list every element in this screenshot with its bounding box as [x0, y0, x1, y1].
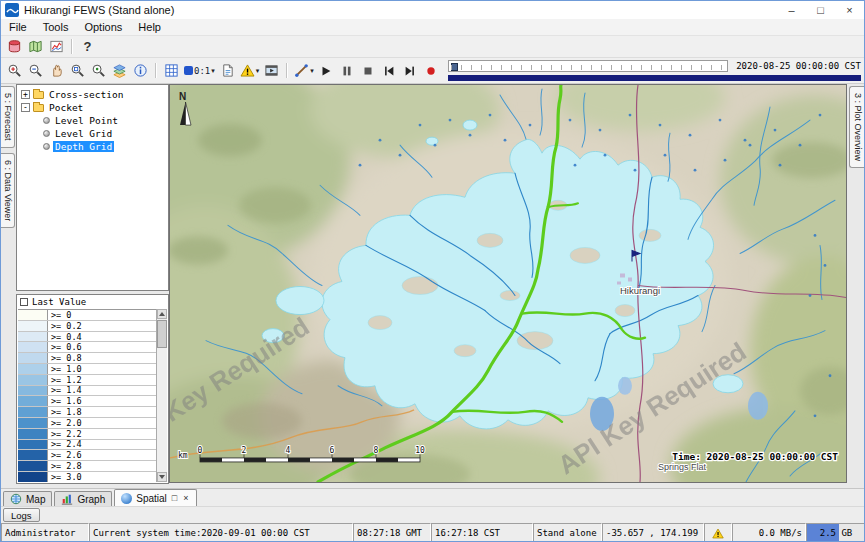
legend-header: Last Value: [17, 295, 168, 308]
bottom-tab-bar: Map Graph Spatial □ ×: [1, 488, 864, 506]
collapse-icon[interactable]: -: [21, 103, 30, 112]
stop-button[interactable]: [358, 61, 379, 81]
zoom-extent-icon: [91, 63, 106, 78]
legend-swatch: [18, 440, 48, 450]
scale-unit: km: [178, 451, 188, 460]
tree-item-label: Level Point: [53, 115, 120, 126]
close-button[interactable]: ×: [835, 1, 864, 19]
expand-icon[interactable]: +: [21, 90, 30, 99]
layers-button[interactable]: [109, 61, 130, 81]
legend-row: >= 1.2: [18, 375, 156, 386]
menu-help[interactable]: Help: [130, 21, 169, 33]
logs-button[interactable]: Logs: [3, 508, 40, 522]
pause-icon: [340, 64, 354, 78]
measure-tool-dropdown[interactable]: ▾: [292, 61, 316, 81]
play-button[interactable]: [316, 61, 337, 81]
tree-item-depth-grid[interactable]: Depth Grid: [17, 140, 168, 153]
menu-file[interactable]: File: [1, 21, 35, 33]
tree-item-cross-section[interactable]: + Cross-section: [17, 88, 168, 101]
help-button[interactable]: ?: [77, 37, 98, 57]
animation-button[interactable]: [261, 61, 282, 81]
warning-icon: [240, 64, 255, 77]
info-button[interactable]: [130, 61, 151, 81]
svg-text:6: 6: [330, 446, 335, 455]
menu-bar: File Tools Options Help: [1, 19, 864, 36]
tab-plot-overview[interactable]: 3 : Plot Overview: [849, 86, 864, 168]
legend-swatch: [18, 418, 48, 428]
record-movie-button[interactable]: [421, 61, 442, 81]
zoom-out-button[interactable]: [25, 61, 46, 81]
step-back-button[interactable]: [379, 61, 400, 81]
tab-close-button[interactable]: ×: [182, 494, 189, 503]
status-warning-icon: [712, 528, 724, 539]
menu-options[interactable]: Options: [76, 21, 130, 33]
legend-row: >= 2.4: [18, 440, 156, 451]
timeline-datetime: 2020-08-25 00:00:00 CST: [736, 61, 861, 71]
timeline-range-bar[interactable]: [448, 75, 861, 81]
status-memory: 2.5 GB: [806, 523, 865, 542]
grid-layer-dropdown[interactable]: 0:1 ▾: [182, 61, 217, 81]
last-value-checkbox[interactable]: [20, 298, 28, 306]
legend-row: >= 1.4: [18, 386, 156, 397]
scroll-up-button[interactable]: [157, 309, 167, 319]
document-icon: [220, 63, 235, 78]
status-coordinates: -35.657 , 174.199: [602, 523, 704, 542]
timeline-handle[interactable]: [451, 63, 458, 71]
zoom-in-icon: [7, 63, 22, 78]
main-toolbar: ?: [1, 36, 864, 58]
layer-node-icon: [43, 117, 50, 124]
legend-swatch: [18, 321, 48, 331]
pan-button[interactable]: [46, 61, 67, 81]
tab-spatial[interactable]: Spatial □ ×: [114, 489, 196, 506]
map-toolbar: 0:1 ▾ ▾: [1, 58, 864, 84]
profile-document-button[interactable]: [217, 61, 238, 81]
zoom-box-button[interactable]: [67, 61, 88, 81]
zoom-in-button[interactable]: [4, 61, 25, 81]
menu-tools[interactable]: Tools: [35, 21, 77, 33]
tab-forecast[interactable]: 5 : Forecast: [1, 86, 15, 148]
scroll-down-button[interactable]: [157, 472, 167, 482]
tab-map[interactable]: Map: [3, 491, 52, 506]
legend-row: >= 1.8: [18, 407, 156, 418]
tree-item-level-point[interactable]: Level Point: [17, 114, 168, 127]
legend-panel: Last Value >= 0 >= 0.2 >= 0.4 >= 0.6 >= …: [16, 294, 169, 484]
tab-data-viewer[interactable]: 6 : Data Viewer: [1, 153, 15, 228]
pause-button[interactable]: [337, 61, 358, 81]
grid-display-button[interactable]: [161, 61, 182, 81]
grid-icon: [164, 63, 179, 78]
legend-row: >= 0.6: [18, 342, 156, 353]
maximize-button[interactable]: □: [806, 1, 835, 19]
film-icon: [264, 63, 279, 78]
database-button[interactable]: [4, 37, 25, 57]
status-local-time: 16:27:18 CST: [431, 523, 533, 542]
legend-swatch: [18, 429, 48, 439]
tree-item-level-grid[interactable]: Level Grid: [17, 127, 168, 140]
minimize-button[interactable]: –: [777, 1, 806, 19]
warning-thresholds-dropdown[interactable]: ▾: [238, 61, 262, 81]
timeline-slider[interactable]: [448, 60, 728, 72]
legend-row: >= 2.6: [18, 450, 156, 461]
info-icon: [133, 63, 148, 78]
zoom-out-icon: [28, 63, 43, 78]
map-canvas[interactable]: API Key Required API Key Required Hikura…: [170, 85, 846, 482]
measure-tool-icon: [294, 63, 309, 78]
legend-swatch: [18, 364, 48, 374]
tree-item-label: Level Grid: [53, 128, 114, 139]
svg-text:10: 10: [415, 446, 425, 455]
legend-swatch: [18, 396, 48, 406]
legend-row: >= 0: [18, 310, 156, 321]
map-viewport[interactable]: API Key Required API Key Required Hikura…: [169, 84, 847, 483]
timeseries-display-button[interactable]: [46, 37, 67, 57]
spatial-icon: [121, 493, 132, 504]
folder-icon: [33, 91, 44, 99]
tree-item-pocket[interactable]: - Pocket: [17, 101, 168, 114]
zoom-extent-button[interactable]: [88, 61, 109, 81]
step-forward-button[interactable]: [400, 61, 421, 81]
scrollbar-thumb[interactable]: [157, 320, 167, 348]
pan-hand-icon: [49, 63, 64, 78]
layers-icon: [112, 63, 127, 78]
legend-scrollbar[interactable]: [156, 309, 167, 482]
map-display-button[interactable]: [25, 37, 46, 57]
tab-graph[interactable]: Graph: [54, 491, 112, 506]
tab-float-button[interactable]: □: [171, 494, 178, 503]
